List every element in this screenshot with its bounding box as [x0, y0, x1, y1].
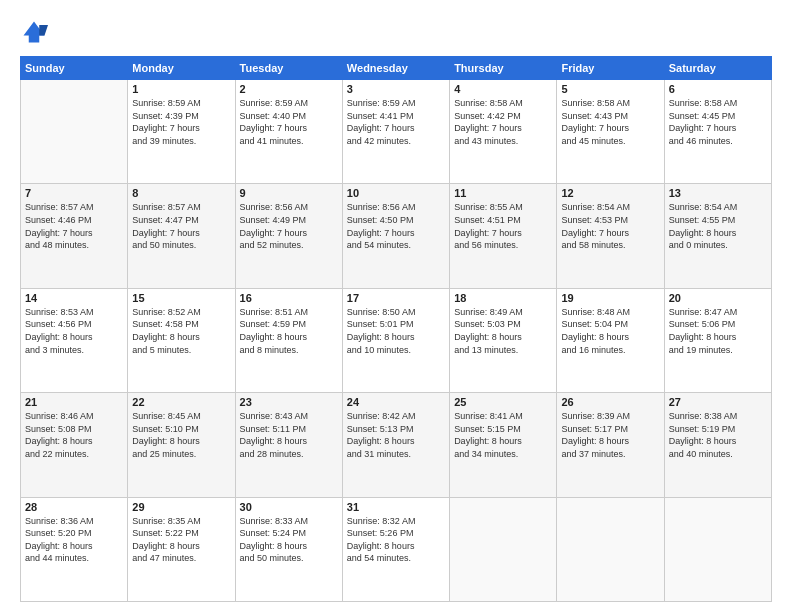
day-info: Sunrise: 8:56 AM Sunset: 4:50 PM Dayligh… [347, 201, 445, 251]
day-info: Sunrise: 8:52 AM Sunset: 4:58 PM Dayligh… [132, 306, 230, 356]
day-info: Sunrise: 8:39 AM Sunset: 5:17 PM Dayligh… [561, 410, 659, 460]
calendar-cell: 7Sunrise: 8:57 AM Sunset: 4:46 PM Daylig… [21, 184, 128, 288]
calendar-cell: 19Sunrise: 8:48 AM Sunset: 5:04 PM Dayli… [557, 288, 664, 392]
weekday-label: Tuesday [235, 57, 342, 80]
day-number: 6 [669, 83, 767, 95]
calendar-week-row: 28Sunrise: 8:36 AM Sunset: 5:20 PM Dayli… [21, 497, 772, 601]
logo-icon [20, 18, 48, 46]
day-number: 24 [347, 396, 445, 408]
day-number: 13 [669, 187, 767, 199]
day-number: 23 [240, 396, 338, 408]
logo [20, 18, 52, 46]
day-info: Sunrise: 8:58 AM Sunset: 4:42 PM Dayligh… [454, 97, 552, 147]
calendar-cell: 16Sunrise: 8:51 AM Sunset: 4:59 PM Dayli… [235, 288, 342, 392]
day-number: 8 [132, 187, 230, 199]
day-info: Sunrise: 8:45 AM Sunset: 5:10 PM Dayligh… [132, 410, 230, 460]
day-number: 30 [240, 501, 338, 513]
weekday-label: Friday [557, 57, 664, 80]
calendar-cell: 31Sunrise: 8:32 AM Sunset: 5:26 PM Dayli… [342, 497, 449, 601]
day-info: Sunrise: 8:55 AM Sunset: 4:51 PM Dayligh… [454, 201, 552, 251]
day-info: Sunrise: 8:46 AM Sunset: 5:08 PM Dayligh… [25, 410, 123, 460]
calendar-cell: 9Sunrise: 8:56 AM Sunset: 4:49 PM Daylig… [235, 184, 342, 288]
day-number: 26 [561, 396, 659, 408]
day-info: Sunrise: 8:49 AM Sunset: 5:03 PM Dayligh… [454, 306, 552, 356]
day-info: Sunrise: 8:59 AM Sunset: 4:40 PM Dayligh… [240, 97, 338, 147]
day-info: Sunrise: 8:54 AM Sunset: 4:53 PM Dayligh… [561, 201, 659, 251]
day-number: 12 [561, 187, 659, 199]
day-info: Sunrise: 8:57 AM Sunset: 4:46 PM Dayligh… [25, 201, 123, 251]
day-info: Sunrise: 8:41 AM Sunset: 5:15 PM Dayligh… [454, 410, 552, 460]
calendar-body: 1Sunrise: 8:59 AM Sunset: 4:39 PM Daylig… [21, 80, 772, 602]
day-info: Sunrise: 8:42 AM Sunset: 5:13 PM Dayligh… [347, 410, 445, 460]
day-number: 25 [454, 396, 552, 408]
calendar-cell: 1Sunrise: 8:59 AM Sunset: 4:39 PM Daylig… [128, 80, 235, 184]
day-number: 10 [347, 187, 445, 199]
day-number: 7 [25, 187, 123, 199]
calendar-cell: 24Sunrise: 8:42 AM Sunset: 5:13 PM Dayli… [342, 393, 449, 497]
day-info: Sunrise: 8:56 AM Sunset: 4:49 PM Dayligh… [240, 201, 338, 251]
calendar-table: SundayMondayTuesdayWednesdayThursdayFrid… [20, 56, 772, 602]
day-info: Sunrise: 8:59 AM Sunset: 4:39 PM Dayligh… [132, 97, 230, 147]
calendar-cell: 29Sunrise: 8:35 AM Sunset: 5:22 PM Dayli… [128, 497, 235, 601]
calendar-cell: 11Sunrise: 8:55 AM Sunset: 4:51 PM Dayli… [450, 184, 557, 288]
calendar-cell: 3Sunrise: 8:59 AM Sunset: 4:41 PM Daylig… [342, 80, 449, 184]
day-number: 29 [132, 501, 230, 513]
calendar-cell: 18Sunrise: 8:49 AM Sunset: 5:03 PM Dayli… [450, 288, 557, 392]
header [20, 18, 772, 46]
day-info: Sunrise: 8:58 AM Sunset: 4:43 PM Dayligh… [561, 97, 659, 147]
day-info: Sunrise: 8:51 AM Sunset: 4:59 PM Dayligh… [240, 306, 338, 356]
day-info: Sunrise: 8:54 AM Sunset: 4:55 PM Dayligh… [669, 201, 767, 251]
calendar-cell: 12Sunrise: 8:54 AM Sunset: 4:53 PM Dayli… [557, 184, 664, 288]
calendar-cell: 6Sunrise: 8:58 AM Sunset: 4:45 PM Daylig… [664, 80, 771, 184]
calendar-cell: 21Sunrise: 8:46 AM Sunset: 5:08 PM Dayli… [21, 393, 128, 497]
calendar-cell [21, 80, 128, 184]
day-number: 22 [132, 396, 230, 408]
day-info: Sunrise: 8:32 AM Sunset: 5:26 PM Dayligh… [347, 515, 445, 565]
calendar-cell: 22Sunrise: 8:45 AM Sunset: 5:10 PM Dayli… [128, 393, 235, 497]
day-number: 28 [25, 501, 123, 513]
weekday-header: SundayMondayTuesdayWednesdayThursdayFrid… [21, 57, 772, 80]
weekday-label: Wednesday [342, 57, 449, 80]
calendar-week-row: 14Sunrise: 8:53 AM Sunset: 4:56 PM Dayli… [21, 288, 772, 392]
calendar-cell [664, 497, 771, 601]
day-number: 5 [561, 83, 659, 95]
calendar-week-row: 1Sunrise: 8:59 AM Sunset: 4:39 PM Daylig… [21, 80, 772, 184]
day-number: 14 [25, 292, 123, 304]
day-info: Sunrise: 8:35 AM Sunset: 5:22 PM Dayligh… [132, 515, 230, 565]
day-info: Sunrise: 8:43 AM Sunset: 5:11 PM Dayligh… [240, 410, 338, 460]
day-info: Sunrise: 8:48 AM Sunset: 5:04 PM Dayligh… [561, 306, 659, 356]
day-info: Sunrise: 8:36 AM Sunset: 5:20 PM Dayligh… [25, 515, 123, 565]
day-info: Sunrise: 8:47 AM Sunset: 5:06 PM Dayligh… [669, 306, 767, 356]
day-number: 31 [347, 501, 445, 513]
day-info: Sunrise: 8:53 AM Sunset: 4:56 PM Dayligh… [25, 306, 123, 356]
day-number: 17 [347, 292, 445, 304]
calendar-cell: 27Sunrise: 8:38 AM Sunset: 5:19 PM Dayli… [664, 393, 771, 497]
calendar-cell: 26Sunrise: 8:39 AM Sunset: 5:17 PM Dayli… [557, 393, 664, 497]
calendar-cell [557, 497, 664, 601]
day-number: 1 [132, 83, 230, 95]
day-info: Sunrise: 8:50 AM Sunset: 5:01 PM Dayligh… [347, 306, 445, 356]
calendar-cell: 17Sunrise: 8:50 AM Sunset: 5:01 PM Dayli… [342, 288, 449, 392]
day-number: 27 [669, 396, 767, 408]
calendar-cell: 2Sunrise: 8:59 AM Sunset: 4:40 PM Daylig… [235, 80, 342, 184]
svg-marker-1 [39, 25, 48, 36]
day-number: 20 [669, 292, 767, 304]
day-number: 21 [25, 396, 123, 408]
day-number: 2 [240, 83, 338, 95]
weekday-label: Monday [128, 57, 235, 80]
weekday-label: Saturday [664, 57, 771, 80]
day-number: 4 [454, 83, 552, 95]
day-number: 3 [347, 83, 445, 95]
calendar-cell: 13Sunrise: 8:54 AM Sunset: 4:55 PM Dayli… [664, 184, 771, 288]
day-info: Sunrise: 8:58 AM Sunset: 4:45 PM Dayligh… [669, 97, 767, 147]
calendar-cell: 28Sunrise: 8:36 AM Sunset: 5:20 PM Dayli… [21, 497, 128, 601]
calendar-cell: 25Sunrise: 8:41 AM Sunset: 5:15 PM Dayli… [450, 393, 557, 497]
calendar-week-row: 7Sunrise: 8:57 AM Sunset: 4:46 PM Daylig… [21, 184, 772, 288]
calendar-cell: 30Sunrise: 8:33 AM Sunset: 5:24 PM Dayli… [235, 497, 342, 601]
calendar-week-row: 21Sunrise: 8:46 AM Sunset: 5:08 PM Dayli… [21, 393, 772, 497]
day-number: 16 [240, 292, 338, 304]
day-number: 19 [561, 292, 659, 304]
weekday-label: Thursday [450, 57, 557, 80]
day-number: 9 [240, 187, 338, 199]
calendar-cell: 23Sunrise: 8:43 AM Sunset: 5:11 PM Dayli… [235, 393, 342, 497]
